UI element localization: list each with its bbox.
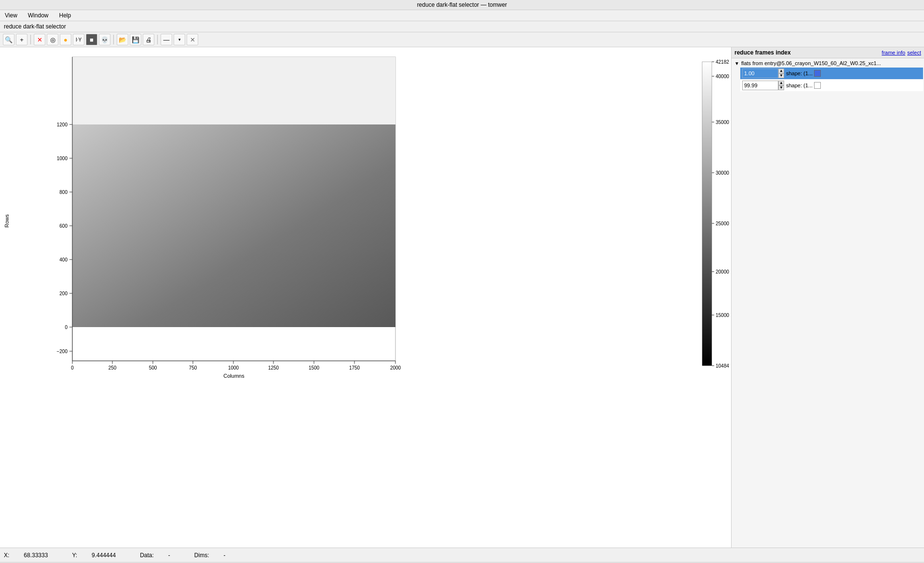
color-indicator-1 (814, 70, 821, 77)
frame-value-1[interactable] (742, 69, 778, 78)
select-link[interactable]: select (907, 50, 921, 55)
toolbar-cross-btn[interactable]: ✕ (34, 34, 45, 45)
spin-down-2[interactable]: ▼ (778, 85, 784, 90)
svg-text:42182: 42182 (716, 59, 729, 65)
svg-text:0: 0 (65, 325, 68, 330)
svg-text:750: 750 (189, 365, 197, 371)
toolbar-print-btn[interactable]: 🖨 (143, 34, 154, 45)
right-panel: reduce frames index frame info select ▼ … (731, 47, 924, 548)
svg-text:1250: 1250 (268, 365, 279, 371)
window-title-text: reduce dark-flat selector (4, 23, 66, 30)
data-label: Data: (140, 552, 154, 559)
color-indicator-2 (814, 82, 821, 89)
svg-text:−200: −200 (56, 349, 68, 354)
tree-row-1[interactable]: ▲ ▼ shape: (1... (740, 68, 923, 79)
shape-label-2: shape: (1... (786, 82, 813, 88)
title-bar: reduce dark-flat selector — tomwer (0, 0, 924, 10)
main-content: Rows (0, 47, 924, 548)
svg-text:10484: 10484 (716, 363, 729, 369)
frames-tree: ▼ flats from entry@5.06_crayon_W150_60_A… (732, 58, 924, 548)
colorbar-rect (702, 62, 712, 366)
svg-text:800: 800 (59, 190, 68, 195)
menu-help[interactable]: Help (56, 11, 74, 20)
svg-text:30000: 30000 (716, 170, 729, 176)
spin-down-1[interactable]: ▼ (778, 73, 784, 78)
dims-value: - (224, 552, 226, 559)
shape-label-1: shape: (1... (786, 70, 813, 76)
colorbar-area: 42182 40000 35000 30000 25000 20000 (697, 47, 731, 548)
svg-text:20000: 20000 (716, 269, 729, 275)
toolbar-circle-btn[interactable]: ◎ (47, 34, 58, 45)
svg-text:1000: 1000 (228, 365, 239, 371)
plot-svg: Rows (0, 47, 463, 380)
svg-text:200: 200 (59, 291, 68, 296)
svg-text:1750: 1750 (349, 365, 360, 371)
toolbar-skull-btn[interactable]: 💀 (99, 34, 110, 45)
toolbar-dot-btn[interactable]: ● (60, 34, 71, 45)
x-axis-label-text: Columns (223, 373, 245, 379)
y-axis-label: Rows (4, 214, 10, 228)
y-coord-value: 9.444444 (92, 552, 116, 559)
plot-panel: Rows (0, 47, 731, 548)
toolbar-zoom-btn[interactable]: 🔍 (3, 34, 14, 45)
svg-text:250: 250 (109, 365, 117, 371)
svg-text:40000: 40000 (716, 74, 729, 79)
menu-view[interactable]: View (2, 11, 20, 20)
toolbar-sep-3 (157, 35, 158, 44)
frames-title: reduce frames index (734, 49, 880, 56)
menu-bar: View Window Help (0, 10, 924, 21)
frame-info-link[interactable]: frame info (882, 50, 905, 55)
toolbar-dash2-btn[interactable]: ▾ (174, 34, 185, 45)
toolbar-closex-btn[interactable]: ✕ (187, 34, 198, 45)
frames-header: reduce frames index frame info select (732, 47, 924, 58)
svg-text:1000: 1000 (57, 156, 68, 161)
title-text: reduce dark-flat selector — tomwer (417, 1, 507, 8)
tree-row-2[interactable]: ▲ ▼ shape: (1... (740, 80, 923, 91)
window-title-bar: reduce dark-flat selector (0, 21, 924, 32)
toolbar-color2-btn[interactable]: ■ (86, 34, 97, 45)
toolbar-sep-2 (113, 35, 114, 44)
x-coord-value: 68.33333 (24, 552, 48, 559)
x-coord-label: X: (4, 552, 9, 559)
toolbar-iy-btn[interactable]: I·Y (73, 34, 84, 45)
menu-window[interactable]: Window (25, 11, 52, 20)
image-blank-top (72, 57, 395, 124)
data-value: - (168, 552, 170, 559)
status-bar: X: 68.33333 Y: 9.444444 Data: - Dims: - (0, 548, 924, 562)
svg-text:1200: 1200 (57, 122, 68, 127)
dims-label: Dims: (194, 552, 209, 559)
spin-up-1[interactable]: ▲ (778, 69, 784, 73)
plot-main: Rows (0, 47, 697, 548)
grayscale-image (72, 124, 395, 327)
toolbar-dash-btn[interactable]: — (161, 34, 172, 45)
spin-up-2[interactable]: ▲ (778, 81, 784, 85)
tree-arrow-icon: ▼ (734, 61, 739, 66)
frame-value-2[interactable] (742, 81, 778, 90)
svg-text:2000: 2000 (390, 365, 401, 371)
plot-wrapper: Rows (0, 47, 731, 548)
svg-text:600: 600 (59, 223, 68, 229)
svg-text:500: 500 (149, 365, 157, 371)
toolbar-save-btn[interactable]: 💾 (130, 34, 141, 45)
tree-parent-item[interactable]: ▼ flats from entry@5.06_crayon_W150_60_A… (733, 59, 923, 67)
toolbar-open-btn[interactable]: 📂 (117, 34, 128, 45)
toolbar-add-btn[interactable]: + (16, 34, 27, 45)
y-coord-label: Y: (72, 552, 77, 559)
svg-text:25000: 25000 (716, 221, 729, 226)
colorbar-svg: 42182 40000 35000 30000 25000 20000 (697, 47, 731, 380)
tree-parent-label: flats from entry@5.06_crayon_W150_60_Al2… (741, 60, 881, 66)
svg-text:1500: 1500 (309, 365, 320, 371)
svg-text:15000: 15000 (716, 313, 729, 318)
svg-text:35000: 35000 (716, 120, 729, 125)
spinbox-1[interactable]: ▲ ▼ (742, 69, 784, 78)
svg-text:400: 400 (59, 257, 68, 262)
toolbar-sep-1 (30, 35, 31, 44)
toolbar: 🔍 + ✕ ◎ ● I·Y ■ 💀 📂 💾 🖨 — ▾ ✕ (0, 32, 924, 47)
spinbox-2[interactable]: ▲ ▼ (742, 81, 784, 90)
svg-text:0: 0 (71, 365, 74, 371)
